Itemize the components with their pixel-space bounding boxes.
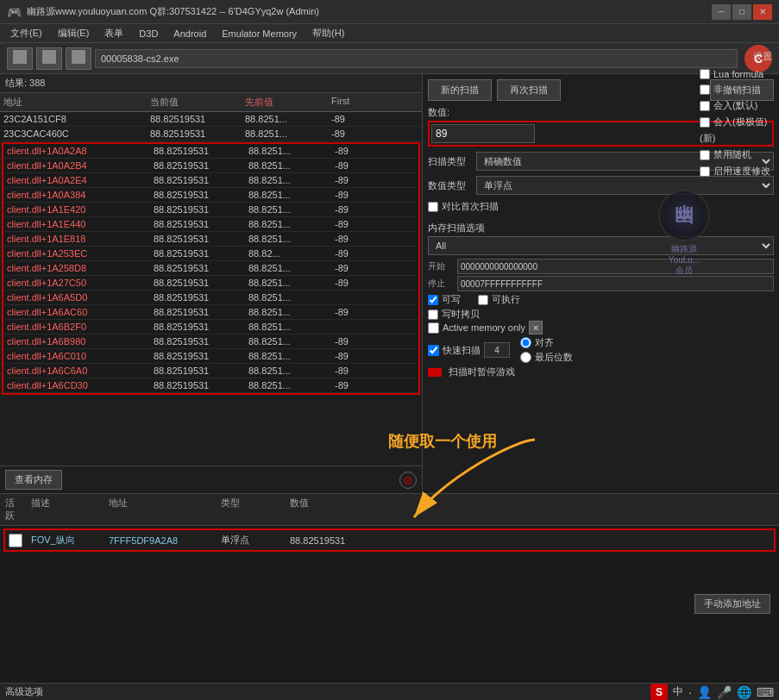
- main-area: 结果: 388 地址 当前值 先前值 First 23C2A151CF8 88.…: [0, 74, 779, 493]
- view-memory-button[interactable]: 查看内存: [5, 470, 62, 490]
- table-row[interactable]: 23C3CAC460C 88.82519531 88.8251... -89: [0, 127, 422, 141]
- cell-addr: client.dll+1A6AC60: [3, 306, 150, 318]
- lua-formula-checkbox[interactable]: [700, 69, 710, 79]
- cell-prev: 88.8251...: [245, 321, 331, 333]
- toolbar-btn-1[interactable]: [7, 47, 33, 70]
- cell-first: -89: [331, 262, 400, 274]
- active-memory-checkbox[interactable]: [428, 322, 439, 334]
- align-radio[interactable]: [520, 337, 531, 348]
- new-scan-button[interactable]: 新的扫描: [428, 79, 492, 101]
- table-row[interactable]: client.dll+1A0A2E4 88.82519531 88.8251..…: [3, 173, 418, 188]
- cell-addr: 23C3CAC460C: [0, 128, 147, 140]
- round-new-row: (新): [700, 132, 770, 145]
- data-type-label: 数值类型: [428, 179, 471, 192]
- table-row[interactable]: client.dll+1A6B980 88.82519531 88.8251..…: [3, 334, 418, 349]
- person-icon: 👤: [697, 685, 712, 699]
- table-row[interactable]: client.dll+1A258D8 88.82519531 88.8251..…: [3, 261, 418, 276]
- writable-checkbox[interactable]: [428, 295, 438, 305]
- value-input[interactable]: [431, 124, 535, 143]
- join-default-checkbox[interactable]: [700, 101, 710, 111]
- last-digit-radio[interactable]: [520, 352, 531, 363]
- minimize-button[interactable]: ─: [712, 4, 731, 20]
- table-row[interactable]: client.dll+1A6AC60 88.82519531 88.8251..…: [3, 305, 418, 320]
- table-row[interactable]: client.dll+1A6C010 88.82519531 88.8251..…: [3, 349, 418, 364]
- x-button[interactable]: ✕: [529, 321, 543, 334]
- cell-first: -89: [331, 335, 400, 347]
- bottom-row[interactable]: FOV_纵向 7FFF5DF9A2A8 单浮点 88.82519531: [3, 528, 776, 552]
- col-active: 活跃: [0, 496, 26, 523]
- compare-first-checkbox[interactable]: [428, 202, 438, 212]
- cell-current: 88.82519531: [147, 113, 242, 125]
- process-name: 00005838-cs2.exe: [101, 53, 179, 64]
- menu-edit[interactable]: 编辑(E): [51, 25, 97, 41]
- cell-first: -89: [331, 306, 400, 318]
- maximize-button[interactable]: □: [732, 4, 751, 20]
- cell-prev: 88.8251...: [245, 145, 331, 157]
- not-checkbox[interactable]: [700, 84, 710, 95]
- start-input[interactable]: [457, 259, 774, 274]
- start-range-row: 开始: [428, 259, 774, 274]
- settings-label[interactable]: 设置: [753, 50, 772, 63]
- join-extreme-row: 会入(极极值): [700, 116, 770, 128]
- menu-android[interactable]: Android: [166, 27, 213, 41]
- memory-range-select[interactable]: All: [428, 236, 774, 255]
- menu-file[interactable]: 文件(E): [3, 25, 49, 41]
- table-row[interactable]: client.dll+1A0A2B4 88.82519531 88.8251..…: [3, 159, 418, 173]
- table-row[interactable]: 23C2A151CF8 88.82519531 88.8251... -89: [0, 112, 422, 127]
- table-row[interactable]: client.dll+1A6CD30 88.82519531 88.8251..…: [3, 378, 418, 393]
- table-row[interactable]: client.dll+1A1E420 88.82519531 88.8251..…: [3, 203, 418, 217]
- cell-first: -89: [331, 350, 400, 362]
- menu-emulator-memory[interactable]: Emulator Memory: [215, 27, 304, 41]
- fast-scan-input[interactable]: [484, 342, 510, 358]
- copy-on-write-checkbox[interactable]: [428, 309, 438, 320]
- cell-addr: client.dll+1A6A5D0: [3, 291, 150, 303]
- bottom-row-checkbox[interactable]: [9, 534, 22, 547]
- speed-modify-checkbox[interactable]: [700, 166, 710, 177]
- close-button[interactable]: ✕: [753, 4, 772, 20]
- data-type-row: 数值类型 单浮点: [428, 176, 774, 195]
- table-row[interactable]: client.dll+1A6A5D0 88.82519531 88.8251..…: [3, 291, 418, 305]
- menu-d3d[interactable]: D3D: [132, 27, 165, 41]
- cell-current: 88.82519531: [147, 128, 242, 140]
- menu-help[interactable]: 帮助(H): [305, 25, 351, 41]
- bottom-value: 88.82519531: [285, 534, 388, 547]
- cell-first: -89: [328, 128, 397, 140]
- col-type: 类型: [216, 496, 285, 523]
- table-row[interactable]: client.dll+1A6B2F0 88.82519531 88.8251..…: [3, 320, 418, 334]
- toolbar-btn-3[interactable]: [66, 47, 91, 70]
- cell-prev: 88.8251...: [245, 350, 331, 362]
- executable-checkbox[interactable]: [478, 295, 488, 305]
- cell-first: -89: [331, 379, 400, 391]
- table-row[interactable]: client.dll+1A253EC 88.82519531 88.82... …: [3, 247, 418, 261]
- table-row[interactable]: client.dll+1A1E818 88.82519531 88.8251..…: [3, 232, 418, 247]
- table-row[interactable]: client.dll+1A1E440 88.82519531 88.8251..…: [3, 217, 418, 232]
- round-new-label: (新): [700, 133, 715, 143]
- fast-scan-align-row: 快速扫描 对齐 最后位数: [428, 336, 774, 364]
- cell-first: -89: [331, 159, 400, 172]
- col-current: 当前值: [147, 95, 242, 109]
- add-addr-wrapper: 手动添加地址: [694, 594, 770, 614]
- data-type-select[interactable]: 单浮点: [476, 176, 774, 195]
- cell-prev: 88.8251...: [242, 128, 328, 140]
- table-row[interactable]: client.dll+1A0A2A8 88.82519531 88.8251..…: [3, 144, 418, 159]
- table-row[interactable]: client.dll+1A0A384 88.82519531 88.8251..…: [3, 188, 418, 203]
- fast-scan-checkbox[interactable]: [428, 345, 439, 356]
- table-row[interactable]: client.dll+1A6C6A0 88.82519531 88.8251..…: [3, 364, 418, 378]
- cell-addr: client.dll+1A1E440: [3, 218, 150, 230]
- add-address-button[interactable]: 手动添加地址: [694, 594, 770, 614]
- cell-addr: client.dll+1A27C50: [3, 277, 150, 289]
- writable-label: 可写: [442, 293, 461, 306]
- cell-current: 88.82519531: [150, 291, 245, 303]
- join-extreme-checkbox[interactable]: [700, 117, 710, 128]
- disable-random-checkbox[interactable]: [700, 150, 710, 160]
- cell-first: -89: [331, 203, 400, 216]
- menu-table[interactable]: 表单: [97, 25, 130, 41]
- col-first: First: [328, 95, 397, 109]
- rescan-button[interactable]: 再次扫描: [497, 79, 561, 101]
- process-bar: 00005838-cs2.exe: [95, 49, 738, 68]
- stop-input[interactable]: [457, 276, 774, 291]
- toolbar-btn-2[interactable]: [36, 47, 62, 70]
- status-right: S 中 · 👤 🎤 🌐 ⌨: [650, 684, 774, 701]
- table-row[interactable]: client.dll+1A27C50 88.82519531 88.8251..…: [3, 276, 418, 291]
- cell-prev: 88.8251...: [245, 174, 331, 186]
